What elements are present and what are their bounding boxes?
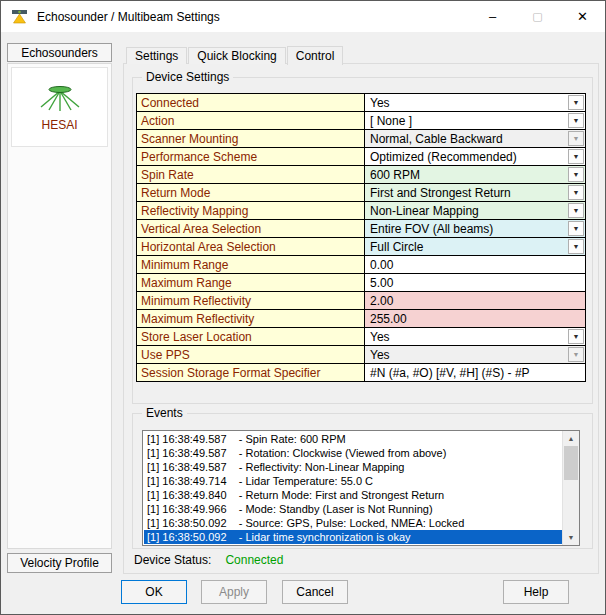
- setting-value-input[interactable]: 2.00: [365, 292, 586, 310]
- setting-value-input[interactable]: #N (#a, #O) [#V, #H] (#S) - #P: [365, 364, 586, 382]
- setting-label: Spin Rate: [137, 166, 365, 184]
- scroll-up-icon[interactable]: ▲: [563, 431, 579, 446]
- device-tile-hesai[interactable]: HESAI: [11, 67, 108, 147]
- setting-value-text: Full Circle: [370, 240, 423, 254]
- setting-label: Session Storage Format Specifier: [137, 364, 365, 382]
- minimize-button[interactable]: –: [470, 1, 515, 32]
- device-tile-label: HESAI: [41, 118, 77, 132]
- window-title: Echosounder / Multibeam Settings: [37, 10, 220, 24]
- cancel-button[interactable]: Cancel: [282, 580, 348, 604]
- setting-row: Minimum Range0.00: [137, 256, 586, 274]
- setting-row: Vertical Area SelectionEntire FOV (All b…: [137, 220, 586, 238]
- setting-row: Maximum Range5.00: [137, 274, 586, 292]
- setting-value-input[interactable]: 0.00: [365, 256, 586, 274]
- events-scrollbar[interactable]: ▲ ▼: [562, 431, 579, 545]
- setting-value-dropdown[interactable]: Full Circle▼: [365, 238, 586, 256]
- chevron-down-icon[interactable]: ▼: [568, 167, 584, 182]
- tab-quick-blocking[interactable]: Quick Blocking: [188, 47, 285, 64]
- setting-row: Use PPSYes▼: [137, 346, 586, 364]
- events-groupbox: Events [1] 16:38:49.587 - Spin Rate: 600…: [132, 413, 593, 549]
- event-list-item[interactable]: [1] 16:38:50.092 - Source: GPS, Pulse: L…: [144, 516, 562, 530]
- chevron-down-icon[interactable]: ▼: [568, 131, 584, 146]
- dialog-window: Echosounder / Multibeam Settings – ▢ ✕ E…: [0, 0, 606, 615]
- setting-value-text: Optimized (Recommended): [370, 150, 517, 164]
- setting-value-dropdown[interactable]: Yes▼: [365, 328, 586, 346]
- sidebar-device-panel: HESAI: [7, 63, 112, 549]
- setting-value-input[interactable]: 255.00: [365, 310, 586, 328]
- event-list-item[interactable]: [1] 16:38:49.587 - Spin Rate: 600 RPM: [144, 432, 562, 446]
- event-list-item[interactable]: [1] 16:38:49.587 - Rotation: Clockwise (…: [144, 446, 562, 460]
- sidebar-header-echosounders[interactable]: Echosounders: [7, 43, 112, 62]
- setting-value-dropdown[interactable]: Entire FOV (All beams)▼: [365, 220, 586, 238]
- setting-value-text: 5.00: [370, 276, 393, 290]
- scroll-down-icon[interactable]: ▼: [563, 530, 579, 545]
- setting-value-dropdown[interactable]: 600 RPM▼: [365, 166, 586, 184]
- chevron-down-icon[interactable]: ▼: [568, 149, 584, 164]
- setting-value-text: Entire FOV (All beams): [370, 222, 493, 236]
- setting-value-dropdown[interactable]: Optimized (Recommended)▼: [365, 148, 586, 166]
- events-list: [1] 16:38:49.587 - Spin Rate: 600 RPM[1]…: [144, 432, 562, 544]
- device-settings-groupbox: Device Settings ConnectedYes▼Action[ Non…: [132, 77, 593, 404]
- setting-row: Return ModeFirst and Strongest Return▼: [137, 184, 586, 202]
- control-tab-page: Device Settings ConnectedYes▼Action[ Non…: [123, 63, 599, 574]
- apply-button[interactable]: Apply: [201, 580, 267, 604]
- setting-row: Spin Rate600 RPM▼: [137, 166, 586, 184]
- chevron-down-icon[interactable]: ▼: [568, 329, 584, 344]
- setting-value-dropdown[interactable]: First and Strongest Return▼: [365, 184, 586, 202]
- setting-value-input[interactable]: 5.00: [365, 274, 586, 292]
- close-button[interactable]: ✕: [560, 1, 605, 32]
- chevron-down-icon[interactable]: ▼: [568, 113, 584, 128]
- setting-value-dropdown[interactable]: Non-Linear Mapping▼: [365, 202, 586, 220]
- events-listbox: [1] 16:38:49.587 - Spin Rate: 600 RPM[1]…: [142, 430, 580, 546]
- setting-row: Horizontal Area SelectionFull Circle▼: [137, 238, 586, 256]
- setting-value-dropdown[interactable]: [ None ]▼: [365, 112, 586, 130]
- device-status-value: Connected: [225, 553, 283, 567]
- setting-row: Performance SchemeOptimized (Recommended…: [137, 148, 586, 166]
- setting-label: Performance Scheme: [137, 148, 365, 166]
- setting-row: Reflectivity MappingNon-Linear Mapping▼: [137, 202, 586, 220]
- ok-button[interactable]: OK: [121, 580, 187, 604]
- setting-row: Minimum Reflectivity2.00: [137, 292, 586, 310]
- event-list-item[interactable]: [1] 16:38:49.714 - Lidar Temperature: 55…: [144, 474, 562, 488]
- chevron-down-icon[interactable]: ▼: [568, 239, 584, 254]
- setting-label: Return Mode: [137, 184, 365, 202]
- scrollbar-thumb[interactable]: [564, 446, 578, 480]
- setting-label: Action: [137, 112, 365, 130]
- tab-settings[interactable]: Settings: [126, 47, 187, 64]
- device-settings-legend: Device Settings: [142, 70, 233, 84]
- setting-label: Scanner Mounting: [137, 130, 365, 148]
- setting-label: Vertical Area Selection: [137, 220, 365, 238]
- setting-value-text: Yes: [370, 330, 390, 344]
- setting-value-text: Non-Linear Mapping: [370, 204, 479, 218]
- event-list-item[interactable]: [1] 16:38:50.092 - Lidar time synchroniz…: [144, 530, 562, 544]
- setting-value-text: First and Strongest Return: [370, 186, 511, 200]
- sidebar-footer-velocity-profile[interactable]: Velocity Profile: [7, 553, 112, 573]
- setting-label: Maximum Range: [137, 274, 365, 292]
- chevron-down-icon[interactable]: ▼: [568, 221, 584, 236]
- setting-value-dropdown[interactable]: Yes▼: [365, 346, 586, 364]
- setting-label: Store Laser Location: [137, 328, 365, 346]
- setting-value-text: #N (#a, #O) [#V, #H] (#S) - #P: [370, 366, 530, 380]
- device-settings-table: ConnectedYes▼Action[ None ]▼Scanner Moun…: [136, 93, 586, 382]
- setting-value-text: 255.00: [370, 312, 407, 326]
- setting-value-dropdown[interactable]: Normal, Cable Backward▼: [365, 130, 586, 148]
- chevron-down-icon[interactable]: ▼: [568, 95, 584, 110]
- tab-control[interactable]: Control: [287, 46, 344, 65]
- chevron-down-icon[interactable]: ▼: [568, 203, 584, 218]
- chevron-down-icon[interactable]: ▼: [568, 347, 584, 362]
- setting-label: Minimum Reflectivity: [137, 292, 365, 310]
- setting-label: Use PPS: [137, 346, 365, 364]
- tab-bar: SettingsQuick BlockingControl: [126, 45, 344, 64]
- setting-value-text: [ None ]: [370, 114, 412, 128]
- event-list-item[interactable]: [1] 16:38:49.587 - Reflectivity: Non-Lin…: [144, 460, 562, 474]
- help-button[interactable]: Help: [503, 580, 569, 604]
- setting-label: Maximum Reflectivity: [137, 310, 365, 328]
- event-list-item[interactable]: [1] 16:38:49.840 - Return Mode: First an…: [144, 488, 562, 502]
- event-list-item[interactable]: [1] 16:38:49.966 - Mode: Standby (Laser …: [144, 502, 562, 516]
- setting-row: Store Laser LocationYes▼: [137, 328, 586, 346]
- setting-value-dropdown[interactable]: Yes▼: [365, 94, 586, 112]
- maximize-button[interactable]: ▢: [515, 1, 560, 32]
- chevron-down-icon[interactable]: ▼: [568, 185, 584, 200]
- setting-value-text: Normal, Cable Backward: [370, 132, 503, 146]
- events-legend: Events: [142, 406, 187, 420]
